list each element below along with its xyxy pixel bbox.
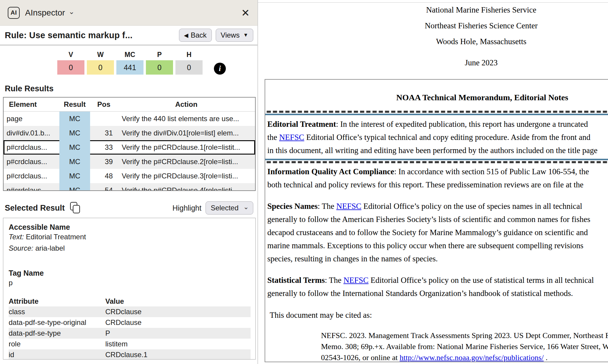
result-summary: V0W0MC441P0H0 i [57, 51, 257, 75]
document-text-line: generally to follow the American Fisheri… [267, 213, 608, 226]
selected-result-toolbar: Selected Result Highlight Selected ⌄ [5, 201, 253, 215]
views-button[interactable]: Views ▼ [216, 29, 253, 42]
select-caret-icon: ⌄ [243, 203, 249, 211]
stat-h: H0 [175, 51, 203, 75]
document-link[interactable]: NEFSC [279, 133, 304, 142]
stat-v: V0 [57, 51, 84, 75]
table-header-row: Element Result Pos Action [4, 98, 255, 112]
document-text-line: Statistical Terms: The NEFSC Editorial O… [267, 274, 608, 287]
table-row[interactable]: pageMCVerify the 440 list elements are u… [4, 112, 255, 126]
highlighted-element: Editorial Treatment: In the interest of … [265, 114, 608, 160]
views-dropdown-icon: ▼ [243, 32, 248, 38]
document-paragraph: Information Quality Act Compliance: In a… [267, 165, 608, 191]
document-text-line: generally to follow the International St… [267, 287, 608, 300]
document-text-line: 02543-1026, or online at http://www.nefs… [321, 352, 608, 362]
rule-results-table: Element Result Pos Action pageMCVerify t… [3, 97, 256, 191]
document-pane: National Marine Fisheries ServiceNorthea… [258, 0, 608, 364]
app-title: AInspector [25, 8, 65, 18]
inspector-highlight-outline: Editorial Treatment: In the interest of … [265, 111, 608, 163]
tag-name-label: Tag Name [9, 268, 251, 278]
accessible-name-text: Text: Editorial Treatment [9, 232, 251, 242]
document-text-line: Species Names: The NEFSC Editorial Offic… [267, 200, 608, 213]
attributes-table: Attribute Value classCRDclausedata-pdf-s… [9, 296, 251, 360]
highlight-label: Highlight [172, 204, 201, 212]
document-date: June 2023 [265, 56, 608, 69]
stat-p: P0 [146, 51, 173, 75]
document-header: National Marine Fisheries ServiceNorthea… [265, 0, 608, 48]
attribute-row: idCRDclause.1 [9, 349, 251, 360]
document-text-line: Memo. 308; 69p.+x. Available from: Natio… [321, 341, 608, 352]
document-text-line: both technical and policy reviews for th… [267, 178, 608, 191]
accessible-name-source: Source: aria-label [9, 243, 251, 253]
table-row[interactable]: p#crdclaus...MC48Verify the p#CRDclause.… [4, 169, 255, 183]
document-text-line: NEFSC. 2023. Management Track Assessment… [321, 330, 608, 341]
rule-results-heading: Rule Results [5, 84, 257, 93]
chevron-down-icon[interactable]: ⌄ [69, 7, 75, 16]
panel-header: AI AInspector ⌄ ✕ [0, 0, 257, 26]
document-header-line: Woods Hole, Massachusetts [265, 35, 608, 48]
document-text-line: species, resulting in changes in the nam… [267, 252, 608, 265]
stat-w: W0 [87, 51, 114, 75]
document-paragraph: Statistical Terms: The NEFSC Editorial O… [267, 274, 608, 300]
document-text-line: the NEFSC Editorial Office’s typical tec… [267, 131, 608, 144]
ainspector-panel: AI AInspector ⌄ ✕ Rule: Use semantic mar… [0, 0, 258, 364]
table-row[interactable]: div#div.01.b...MC31Verify the div#Div.01… [4, 126, 255, 140]
box-title: NOAA Technical Memorandum, Editorial Not… [267, 91, 608, 104]
document-text-line: marine mammals. Exceptions to this polic… [267, 239, 608, 252]
attribute-row: classCRDclause [9, 306, 251, 317]
tag-name-value: p [9, 278, 251, 288]
back-arrow-icon: ◀ [184, 32, 189, 39]
attribute-row: data-pdf-se-type-originalCRDclause [9, 317, 251, 328]
highlight-select[interactable]: Selected ⌄ [206, 201, 253, 215]
accessible-name-label: Accessible Name [9, 222, 251, 232]
editorial-notes-box: NOAA Technical Memorandum, Editorial Not… [265, 79, 608, 362]
attributes-header-row: Attribute Value [9, 296, 251, 306]
table-row[interactable]: p#crdclaus...MC33Verify the p#CRDclause.… [4, 140, 255, 155]
document-paragraph: Species Names: The NEFSC Editorial Offic… [267, 200, 608, 265]
document-paragraph: NEFSC. 2023. Management Track Assessment… [321, 330, 608, 362]
document-link[interactable]: NEFSC [343, 276, 368, 285]
info-icon[interactable]: i [214, 63, 226, 75]
document-link[interactable]: http://www.nefsc.noaa.gov/nefsc/publicat… [400, 353, 544, 362]
rule-toolbar: Rule: Use semantic markup f... ◀ Back Vi… [0, 26, 257, 45]
document-text-line: in this document, all writing and editin… [267, 144, 608, 157]
document-page: National Marine Fisheries ServiceNorthea… [265, 0, 608, 362]
attribute-row: data-pdf-se-typeP [9, 328, 251, 339]
close-icon[interactable]: ✕ [241, 8, 250, 18]
table-row[interactable]: p#crdclaus...MC54Verify the p#CRDclause.… [4, 183, 255, 191]
document-text-line: Editorial Treatment: In the interest of … [267, 118, 608, 131]
document-paragraph: This document may be cited as: [267, 309, 608, 322]
document-text-line: Information Quality Act Compliance: In a… [267, 165, 608, 178]
document-link[interactable]: NEFSC [336, 202, 361, 211]
attribute-row: rolelistitem [9, 339, 251, 349]
document-text-line: decapod crustaceans and to follow the So… [267, 226, 608, 239]
table-row[interactable]: p#crdclaus...MC39Verify the p#CRDclause.… [4, 155, 255, 169]
document-header-line: National Marine Fisheries Service [265, 3, 608, 16]
selected-result-details: Accessible Name Text: Editorial Treatmen… [3, 218, 256, 360]
document-text-line: This document may be cited as: [270, 309, 608, 322]
ainspector-logo-icon: AI [8, 7, 20, 19]
back-button[interactable]: ◀ Back [179, 29, 212, 42]
selected-result-heading: Selected Result [5, 203, 65, 213]
document-header-line: Northeast Fisheries Science Center [265, 19, 608, 32]
rule-title: Rule: Use semantic markup f... [5, 30, 132, 40]
copy-icon[interactable] [70, 202, 81, 214]
stat-mc: MC441 [116, 51, 143, 75]
